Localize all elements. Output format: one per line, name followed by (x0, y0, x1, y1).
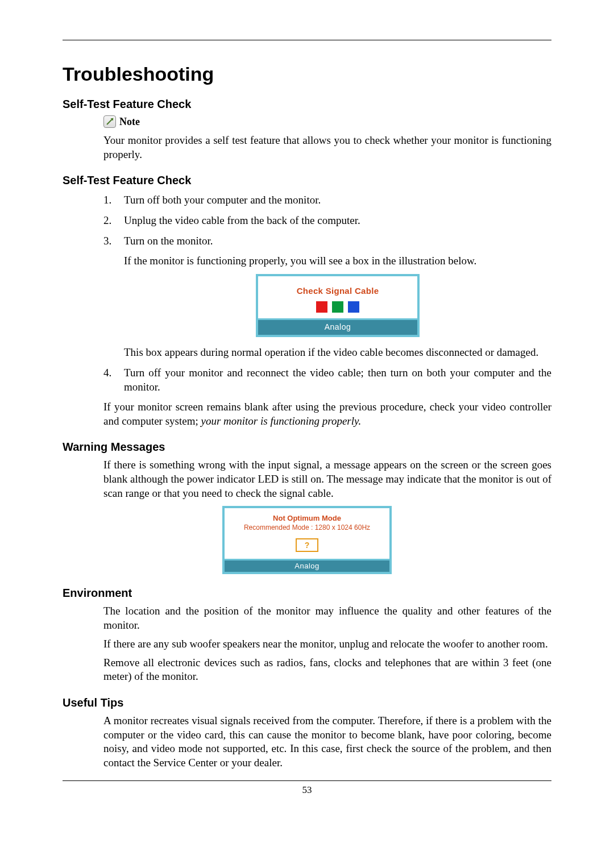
osd1-red-square (316, 301, 327, 313)
environment-p2: If there are any sub woofer speakers nea… (103, 637, 551, 651)
osd1-footer: Analog (258, 320, 417, 335)
osd2-question-button: ? (296, 538, 319, 552)
osd-check-signal-box: Check Signal Cable Analog (256, 274, 420, 337)
top-rule (63, 40, 551, 40)
step-sub-text: If the monitor is functioning properly, … (124, 254, 551, 268)
tips-p1: A monitor recreates visual signals recei… (103, 714, 551, 770)
page-number: 53 (63, 784, 551, 796)
osd2-line2: Recommended Mode : 1280 x 1024 60Hz (228, 524, 386, 531)
step-text: Turn off both your computer and the moni… (124, 194, 321, 206)
list-item: Turn off your monitor and reconnect the … (103, 366, 551, 394)
section-heading-selftest-2: Self-Test Feature Check (63, 174, 551, 187)
step-text: Turn on the monitor. (124, 235, 213, 247)
list-item: Turn on the monitor. If the monitor is f… (103, 234, 551, 360)
section-heading-environment: Environment (63, 587, 551, 600)
section-heading-selftest-1: Self-Test Feature Check (63, 98, 551, 111)
section-heading-useful-tips: Useful Tips (63, 696, 551, 709)
osd1-green-square (332, 301, 343, 313)
selftest-tail: If your monitor screen remains blank aft… (103, 400, 551, 428)
step-text: Unplug the video cable from the back of … (124, 214, 360, 226)
selftest-steps: Turn off both your computer and the moni… (103, 193, 551, 394)
list-item: Unplug the video cable from the back of … (103, 213, 551, 228)
page-title: Troubleshooting (63, 63, 551, 85)
osd1-title: Check Signal Cable (258, 285, 417, 297)
warning-paragraph: If there is something wrong with the inp… (103, 458, 551, 500)
step-text: Turn off your monitor and reconnect the … (124, 367, 551, 393)
bottom-rule (63, 780, 551, 781)
note-label: Note (119, 116, 140, 128)
osd1-blue-square (348, 301, 359, 313)
tail-italic: your monitor is functioning properly. (201, 415, 362, 427)
environment-p1: The location and the position of the mon… (103, 604, 551, 632)
osd2-footer: Analog (225, 559, 389, 572)
environment-p3: Remove all electronic devices such as ra… (103, 656, 551, 684)
osd-not-optimum-box: Not Optimum Mode Recommended Mode : 1280… (222, 506, 392, 574)
list-item: Turn off both your computer and the moni… (103, 193, 551, 207)
osd2-line1: Not Optimum Mode (228, 514, 386, 522)
note-icon (103, 115, 116, 128)
step-after-text: This box appears during normal operation… (124, 345, 551, 360)
section-heading-warning: Warning Messages (63, 441, 551, 454)
note-paragraph: Your monitor provides a self test featur… (103, 134, 551, 161)
